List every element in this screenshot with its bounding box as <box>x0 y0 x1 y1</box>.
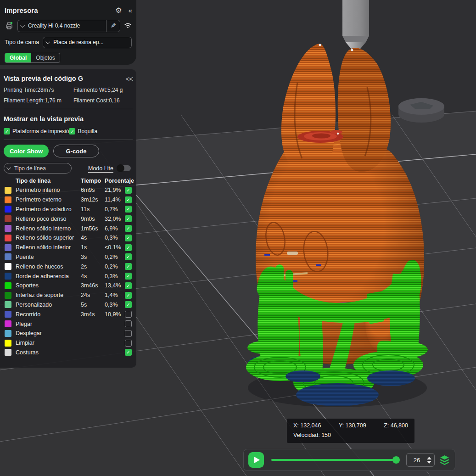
printer-select-value: Creality Hi 0.4 nozzle <box>28 22 80 29</box>
row-checkbox-checked[interactable]: ✓ <box>125 206 132 213</box>
line-type-percent: 0,2% <box>105 254 125 260</box>
coord-x: X: 132,046 <box>293 422 321 429</box>
line-type-label: Relleno poco denso <box>16 216 81 222</box>
line-type-row: Perímetro de voladizo11s0,7%✓ <box>4 205 133 214</box>
row-checkbox-checked[interactable]: ✓ <box>125 301 132 308</box>
row-checkbox-unchecked[interactable] <box>125 320 132 327</box>
line-type-time: 3m4s <box>81 311 105 318</box>
play-button[interactable] <box>248 452 264 468</box>
line-type-percent: 10,9% <box>105 311 125 318</box>
row-checkbox-checked[interactable]: ✓ <box>125 349 132 356</box>
line-type-percent: 32,0% <box>105 216 125 222</box>
row-checkbox-unchecked[interactable] <box>125 330 132 337</box>
divider <box>4 109 133 109</box>
settings-gear-icon[interactable]: ⚙ <box>115 6 122 15</box>
row-checkbox-checked[interactable]: ✓ <box>125 273 132 280</box>
platform-checkbox-item[interactable]: ✓ Plataforma de impresió <box>4 128 69 134</box>
line-type-label: Limpiar <box>16 340 81 346</box>
row-checkbox-checked[interactable]: ✓ <box>125 196 132 203</box>
row-checkbox-checked[interactable]: ✓ <box>125 244 132 251</box>
line-type-time: 1s <box>81 244 105 251</box>
line-type-select-value: Tipo de línea <box>14 165 46 172</box>
tab-objetos[interactable]: Objetos <box>31 53 59 62</box>
line-type-row: Plegar <box>4 319 133 329</box>
slider-fill <box>271 459 396 461</box>
checkbox-checked-icon[interactable]: ✓ <box>69 128 75 134</box>
line-type-label: Desplegar <box>16 330 81 336</box>
line-type-percent: 0,3% <box>105 273 125 280</box>
lite-mode-label[interactable]: Modo Lite <box>88 165 113 172</box>
pencil-icon: ✎ <box>111 22 116 29</box>
line-type-percent: 1,4% <box>105 292 125 298</box>
row-checkbox-checked[interactable]: ✓ <box>125 263 132 270</box>
line-type-percent: <0.1% <box>105 244 125 251</box>
step-up-icon[interactable] <box>427 457 431 459</box>
line-type-time: 1m56s <box>81 225 105 232</box>
line-type-color-swatch <box>5 196 11 203</box>
line-type-time: 5s <box>81 302 105 308</box>
line-type-row: Desplegar <box>4 329 133 338</box>
layers-icon[interactable] <box>439 454 450 466</box>
row-checkbox-checked[interactable]: ✓ <box>125 292 132 299</box>
row-checkbox-unchecked[interactable] <box>125 340 132 347</box>
row-checkbox-checked[interactable]: ✓ <box>125 235 132 241</box>
line-type-color-swatch <box>5 292 11 299</box>
line-type-row: Interfaz de soporte24s1,4%✓ <box>4 291 133 300</box>
line-type-color-swatch <box>5 311 11 318</box>
gcode-button[interactable]: G-code <box>53 145 99 157</box>
preview-panel-title: Vista previa del código G <box>4 75 119 82</box>
line-type-percent: 21,9% <box>105 187 125 193</box>
chevron-down-icon <box>6 165 11 170</box>
line-type-time: 3m12s <box>81 196 105 203</box>
wifi-icon[interactable] <box>124 22 132 29</box>
toggle-knob <box>117 164 124 172</box>
bed-knob <box>398 98 444 123</box>
row-checkbox-checked[interactable]: ✓ <box>125 253 132 260</box>
line-type-label: Relleno de huecos <box>16 263 81 270</box>
step-down-icon[interactable] <box>427 461 431 464</box>
line-type-time: 24s <box>81 292 105 298</box>
printer-select[interactable]: Creality Hi 0.4 nozzle ✎ <box>17 20 120 32</box>
color-show-button[interactable]: Color Show <box>4 145 49 157</box>
line-type-time: 4s <box>81 273 105 280</box>
panel-collapse-icon[interactable]: « <box>129 6 132 14</box>
lite-mode-toggle[interactable] <box>117 165 131 171</box>
line-type-row: Soportes3m46s13,4%✓ <box>4 281 133 291</box>
row-checkbox-checked[interactable]: ✓ <box>125 187 132 194</box>
stat-filament-weight: Filamento Wt:5,24 g <box>73 87 133 93</box>
row-checkbox-checked[interactable]: ✓ <box>125 225 132 232</box>
line-type-label: Plegar <box>16 321 81 327</box>
line-type-label: Personalizado <box>16 302 81 308</box>
slider-handle[interactable] <box>392 456 400 464</box>
line-type-select[interactable]: Tipo de línea <box>4 163 72 174</box>
row-checkbox-checked[interactable]: ✓ <box>125 282 132 289</box>
line-type-label: Borde de adherencia <box>16 273 81 280</box>
line-type-time: 3s <box>81 254 105 260</box>
platform-checkbox-label: Plataforma de impresió <box>12 128 69 134</box>
layer-number-stepper[interactable]: 26 <box>406 453 435 467</box>
line-type-color-swatch <box>5 244 11 251</box>
line-type-label: Perímetro de voladizo <box>16 206 81 213</box>
checkbox-checked-icon[interactable]: ✓ <box>4 128 10 134</box>
chevron-down-icon <box>45 39 50 44</box>
row-checkbox-checked[interactable]: ✓ <box>125 215 132 222</box>
line-type-row: Perímetro externo3m12s11,4%✓ <box>4 195 133 205</box>
bed-type-select[interactable]: Placa de resina ep... <box>43 37 132 48</box>
line-type-row: Limpiar <box>4 338 133 348</box>
stepper-arrows[interactable] <box>427 457 431 464</box>
printer-panel-title: Impresora <box>5 6 109 14</box>
layer-slider-bar: 26 <box>243 449 455 471</box>
line-type-percent: 0,7% <box>105 206 125 213</box>
line-type-color-swatch <box>5 301 11 308</box>
play-icon <box>254 457 260 463</box>
row-checkbox-unchecked[interactable] <box>125 311 132 318</box>
layer-slider[interactable] <box>271 456 400 464</box>
preview-collapse-icon[interactable]: << <box>125 75 133 83</box>
line-type-table-body: Perímetro interno6m9s21,9%✓Perímetro ext… <box>4 185 133 357</box>
line-type-label: Puente <box>16 254 81 260</box>
tab-global[interactable]: Global <box>5 53 31 62</box>
edit-printer-button[interactable]: ✎ <box>106 20 120 32</box>
line-type-color-swatch <box>5 206 11 213</box>
show-section-title: Mostrar en la vista previa <box>4 115 133 123</box>
nozzle-checkbox-item[interactable]: ✓ Boquilla <box>69 128 97 134</box>
